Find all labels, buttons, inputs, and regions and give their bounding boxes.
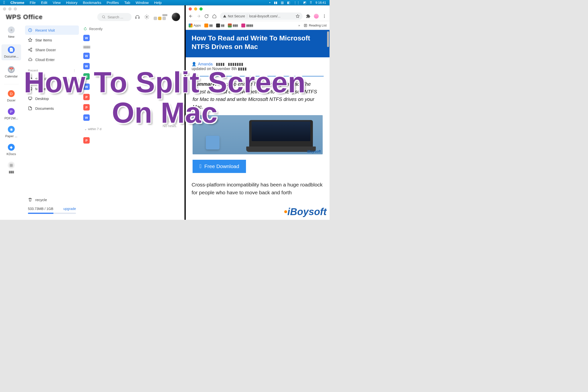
upgrade-link[interactable]: upgrade	[64, 207, 76, 211]
left-app-window: WPS Office Search ... ▮▮▮▮	[0, 6, 184, 220]
extensions-icon[interactable]	[306, 14, 310, 18]
close-button[interactable]	[189, 7, 192, 10]
apple-menu-icon[interactable]: 	[4, 0, 5, 5]
menu-edit[interactable]: Edit	[41, 0, 47, 5]
nav-cloud[interactable]: Cloud Enter	[25, 55, 79, 64]
svg-rect-8	[28, 97, 32, 99]
sidebar-calendar[interactable]: 📅 Calendar	[2, 66, 21, 78]
article-header: How To Read and Write To Microsoft NTFS …	[186, 30, 330, 57]
summary-box: Summary: Guide to enable NTFS writing on…	[192, 76, 324, 178]
nav-label: recycle	[35, 198, 47, 202]
reload-button[interactable]	[204, 14, 209, 18]
sidebar-pdf2word[interactable]: P PDF2W...	[2, 108, 21, 120]
sidebar-paper[interactable]: ◉ Paper ...	[2, 126, 21, 138]
nav-sync-folder[interactable]: Sync Folder	[25, 74, 79, 84]
file-item[interactable]: W	[83, 84, 90, 90]
file-item[interactable]: W	[83, 114, 90, 121]
fullscreen-button[interactable]	[14, 7, 17, 10]
search-input[interactable]: Search ...	[97, 13, 132, 21]
menu-view[interactable]: View	[53, 0, 60, 5]
bookmark-item[interactable]: ▮▮▮▮	[241, 24, 253, 28]
storage-bar	[28, 213, 76, 214]
nav-label: Recent Visit	[35, 28, 55, 32]
svg-point-3	[30, 48, 32, 49]
more-icon[interactable]: ⋮	[73, 68, 76, 72]
clock[interactable]: 9 16:41	[316, 1, 326, 4]
forward-button[interactable]	[196, 14, 201, 18]
sidebar-kdocs[interactable]: ◆ KDocs	[2, 144, 21, 156]
menu-history[interactable]: History	[66, 0, 78, 5]
sidebar-label: ▮▮▮	[9, 170, 14, 174]
menu-file[interactable]: File	[30, 0, 36, 5]
star-icon[interactable]	[296, 14, 300, 18]
file-item[interactable]: W	[83, 53, 90, 59]
free-download-button[interactable]:  Free Download	[192, 160, 246, 173]
section-recent: Recent ⋮	[25, 65, 79, 74]
nav-documents[interactable]: Documents	[25, 104, 79, 113]
scrollbar[interactable]	[327, 30, 329, 220]
nav-share[interactable]: Share Docer	[25, 45, 79, 54]
home-button[interactable]	[212, 14, 216, 18]
nav-star-items[interactable]: Star Items	[25, 35, 79, 44]
nav-recycle[interactable]: recycle	[28, 195, 76, 204]
sidebar-label: Docer	[7, 98, 16, 102]
sidebar-new[interactable]: ＋ New	[2, 26, 21, 38]
user-label: ▮▮▮▮	[162, 14, 167, 16]
close-button[interactable]	[3, 7, 6, 10]
minimize-button[interactable]	[8, 7, 12, 10]
file-item[interactable]: P	[83, 104, 90, 110]
menu-profiles[interactable]: Profiles	[106, 0, 119, 5]
svg-rect-6	[28, 78, 32, 80]
fullscreen-button[interactable]	[200, 7, 202, 10]
menu-icon[interactable]	[322, 14, 326, 18]
file-item[interactable]: S	[83, 73, 90, 80]
sidebar-label: KDocs	[6, 152, 16, 156]
wifi-icon[interactable]: ⋮⋮	[294, 1, 300, 4]
menu-window[interactable]: Window	[136, 0, 148, 5]
storage-info: 533.73MB / 1GB upgrade	[28, 207, 76, 211]
reading-list-button[interactable]: Reading List	[304, 24, 326, 28]
status-icon[interactable]: ◧	[287, 1, 290, 4]
app-menu[interactable]: Chrome	[10, 0, 24, 5]
status-icon[interactable]: ▮▮	[274, 1, 277, 4]
bookmark-apps[interactable]: Apps	[189, 24, 201, 28]
headphones-icon[interactable]	[135, 14, 140, 19]
back-button[interactable]	[189, 14, 193, 18]
address-bar[interactable]: Not Secure local-iboysoft.com/...	[220, 12, 302, 20]
bookmark-item[interactable]: ▮▮	[216, 24, 224, 28]
file-item[interactable]: P	[83, 94, 90, 100]
page-content[interactable]: How To Read and Write To Microsoft NTFS …	[186, 30, 330, 220]
file-item[interactable]: W	[83, 63, 90, 69]
menu-bookmarks[interactable]: Bookmarks	[83, 0, 101, 5]
bookmark-overflow[interactable]: »	[298, 24, 300, 27]
search-placeholder: Search ...	[108, 15, 123, 19]
article-paragraph: Cross-platform incompatibility has been …	[186, 181, 330, 196]
file-item[interactable]: W	[83, 35, 90, 41]
nav-my-device[interactable]: My Device	[25, 84, 79, 93]
bookmark-item[interactable]: ▮▮▮	[228, 24, 238, 28]
status-icon[interactable]: ◩	[303, 1, 306, 4]
menu-tab[interactable]: Tab	[124, 0, 130, 5]
sidebar-document[interactable]: 📄 Docume...	[2, 44, 21, 60]
recently-label: Recently	[89, 27, 102, 31]
bookmark-item[interactable]: ▮▮	[204, 24, 213, 28]
status-icon[interactable]: ▥	[281, 1, 284, 4]
nav-desktop[interactable]: Desktop	[25, 94, 79, 103]
file-item[interactable]: P	[83, 137, 90, 144]
profile-icon[interactable]	[314, 14, 319, 18]
control-center-icon[interactable]: ⠿	[310, 1, 312, 4]
user-avatar[interactable]	[172, 13, 180, 21]
nav-recent-visit[interactable]: Recent Visit	[25, 26, 79, 35]
file-list-column: Recently W ▮▮▮▮ W W S W P P W ⌄within 7 …	[81, 24, 184, 220]
nav-label: My Device	[35, 87, 52, 91]
minimize-button[interactable]	[194, 7, 197, 10]
menu-help[interactable]: Help	[154, 0, 162, 5]
gear-icon[interactable]	[144, 14, 149, 19]
badge-icons	[154, 17, 166, 20]
apple-icon: 	[200, 163, 202, 170]
sidebar-more[interactable]: ▦ ▮▮▮	[2, 162, 21, 174]
status-icon[interactable]: ▪	[269, 1, 270, 4]
sidebar-docer[interactable]: D Docer	[2, 90, 21, 102]
nav-label: Cloud Enter	[35, 58, 55, 62]
envelope-icon	[162, 112, 177, 122]
